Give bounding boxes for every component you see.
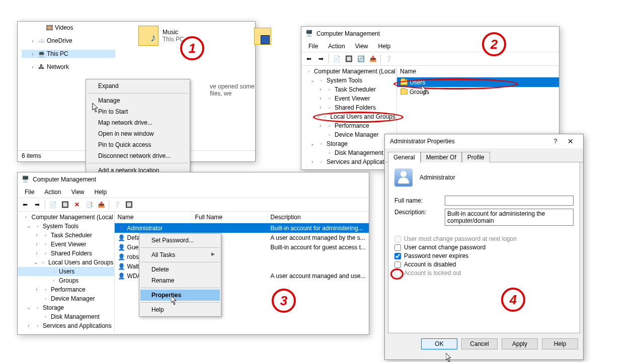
- close-button[interactable]: ✕: [563, 137, 578, 145]
- ctx-map-drive[interactable]: Map network drive...: [87, 117, 189, 128]
- tree-item[interactable]: ⌄▫️Local Users and Groups: [18, 258, 114, 267]
- menu-action[interactable]: Action: [324, 42, 349, 51]
- delete-button[interactable]: ✕: [71, 199, 83, 210]
- show-hide-button[interactable]: 🔲: [59, 199, 70, 210]
- list-row-users[interactable]: Users: [397, 77, 559, 87]
- checkbox-row[interactable]: User cannot change password: [394, 244, 574, 251]
- tree-item[interactable]: ›▫️Shared Folders: [18, 249, 114, 258]
- forward-button[interactable]: ➡: [32, 199, 43, 210]
- user-row[interactable]: 👤AdministratorBuilt-in account for admin…: [115, 223, 369, 233]
- tab-member-of[interactable]: Member Of: [421, 152, 462, 162]
- folder-tile-videos[interactable]: [254, 28, 271, 45]
- tree-item[interactable]: ▫️Groups: [18, 276, 114, 285]
- nav-videos[interactable]: 🎞️Videos: [22, 24, 115, 32]
- help-button[interactable]: ❔: [383, 53, 394, 64]
- expand-icon[interactable]: ⌄: [309, 76, 315, 85]
- checkbox-row[interactable]: Account is disabled: [394, 261, 574, 268]
- col-fullname[interactable]: Full Name: [192, 212, 268, 223]
- ctx-expand[interactable]: Expand: [87, 80, 189, 92]
- tree-item[interactable]: ⌄▫️Storage: [18, 303, 114, 312]
- tree-item[interactable]: ⌄▫️Storage: [301, 139, 396, 148]
- tree-item[interactable]: ›▫️Shared Folders: [301, 103, 396, 112]
- tree-item[interactable]: ▫️Disk Management: [301, 148, 396, 157]
- tab-profile[interactable]: Profile: [462, 152, 490, 162]
- checkbox[interactable]: [394, 261, 401, 268]
- tree-item[interactable]: ›▫️Event Viewer: [18, 240, 114, 249]
- ctx-set-password[interactable]: Set Password...: [140, 235, 220, 246]
- menu-help[interactable]: Help: [91, 188, 111, 197]
- tree-item[interactable]: ›▫️Event Viewer: [301, 94, 396, 103]
- expand-icon[interactable]: ›: [317, 121, 324, 130]
- ctx-all-tasks[interactable]: All Tasks▶: [140, 249, 220, 260]
- tree-item[interactable]: ▫️Computer Management (Local: [301, 67, 396, 76]
- expand-icon[interactable]: ›: [317, 103, 324, 112]
- ctx-help[interactable]: Help: [140, 304, 220, 315]
- ctx-pin-start[interactable]: Pin to Start: [87, 106, 189, 117]
- nav-network[interactable]: ›🖧Network: [22, 63, 115, 71]
- tree-item[interactable]: ⌄▫️System Tools: [301, 76, 396, 85]
- tree-item[interactable]: ›▫️Local Users and Groups: [301, 112, 396, 121]
- tree-item[interactable]: ›▫️Task Scheduler: [18, 231, 114, 240]
- menu-view[interactable]: View: [351, 42, 372, 51]
- menu-file[interactable]: File: [21, 188, 38, 197]
- ok-button[interactable]: OK: [421, 338, 457, 349]
- expand-icon[interactable]: ›: [317, 85, 324, 94]
- export-button[interactable]: 📤: [367, 53, 378, 64]
- ctx-rename[interactable]: Rename: [140, 275, 220, 286]
- tree-item[interactable]: ›▫️Services and Application: [301, 157, 396, 166]
- menu-help[interactable]: Help: [374, 42, 395, 51]
- expand-icon[interactable]: ⌄: [26, 222, 32, 231]
- export-button[interactable]: 📤: [96, 199, 107, 210]
- tree-item[interactable]: ▫️Device Manager: [301, 130, 396, 139]
- nav-this-pc[interactable]: ›💻This PC: [22, 50, 115, 58]
- tree-item[interactable]: ▫️Device Manager: [18, 294, 114, 303]
- tree-item[interactable]: ▫️Users: [18, 267, 114, 276]
- expand-icon[interactable]: ›: [34, 231, 40, 240]
- ctx-disconnect-drive[interactable]: Disconnect network drive...: [87, 150, 189, 161]
- tree-item[interactable]: ⌄▫️System Tools: [18, 222, 114, 231]
- col-description[interactable]: Description: [268, 212, 369, 223]
- menu-action[interactable]: Action: [40, 188, 65, 197]
- tree-item[interactable]: ▫️Disk Management: [18, 312, 114, 321]
- back-button[interactable]: ⬅: [20, 199, 31, 210]
- expand-icon[interactable]: ›: [34, 285, 40, 294]
- checkbox-row[interactable]: Password never expires: [394, 252, 574, 259]
- view-button[interactable]: 🔲: [123, 199, 134, 210]
- up-button[interactable]: 📄: [331, 53, 342, 64]
- expand-icon[interactable]: ›: [26, 321, 32, 330]
- help-button[interactable]: Help: [542, 338, 578, 349]
- list-row-groups[interactable]: Groups: [397, 87, 559, 97]
- tree-item[interactable]: ›▫️Services and Applications: [18, 321, 114, 330]
- back-button[interactable]: ⬅: [303, 53, 314, 64]
- expand-icon[interactable]: ›: [317, 94, 324, 103]
- ctx-open-new-window[interactable]: Open in new window: [87, 128, 189, 139]
- expand-icon[interactable]: ›: [34, 240, 40, 249]
- tree-item[interactable]: ›▫️Task Scheduler: [301, 85, 396, 94]
- tab-general[interactable]: General: [388, 152, 421, 162]
- expand-icon[interactable]: ⌄: [34, 258, 38, 267]
- help-button[interactable]: ?: [548, 138, 563, 145]
- help-button[interactable]: ❔: [111, 199, 122, 210]
- refresh-button[interactable]: 🔃: [355, 53, 366, 64]
- nav-onedrive[interactable]: ›☁️OneDrive: [22, 37, 115, 45]
- description-input[interactable]: [445, 209, 574, 226]
- cancel-button[interactable]: Cancel: [461, 338, 498, 349]
- checkbox[interactable]: [394, 244, 401, 251]
- ctx-delete[interactable]: Delete: [140, 264, 220, 275]
- folder-tile-music[interactable]: ♪ Music This PC: [138, 26, 184, 46]
- col-name[interactable]: Name: [115, 212, 192, 223]
- ctx-manage[interactable]: Manage: [87, 95, 189, 106]
- expand-icon[interactable]: ›: [34, 249, 40, 258]
- new-button[interactable]: 📄: [47, 199, 58, 210]
- menu-file[interactable]: File: [304, 42, 322, 51]
- expand-icon[interactable]: ⌄: [26, 303, 32, 312]
- expand-icon[interactable]: ›: [309, 157, 315, 166]
- expand-icon[interactable]: ⌄: [309, 139, 315, 148]
- forward-button[interactable]: ➡: [315, 53, 327, 64]
- menu-view[interactable]: View: [67, 188, 89, 197]
- apply-button[interactable]: Apply: [502, 338, 538, 349]
- ctx-properties[interactable]: Properties: [140, 290, 220, 301]
- col-name[interactable]: Name: [397, 66, 559, 77]
- ctx-pin-quick-access[interactable]: Pin to Quick access: [87, 139, 189, 150]
- show-hide-button[interactable]: 🔲: [343, 53, 354, 64]
